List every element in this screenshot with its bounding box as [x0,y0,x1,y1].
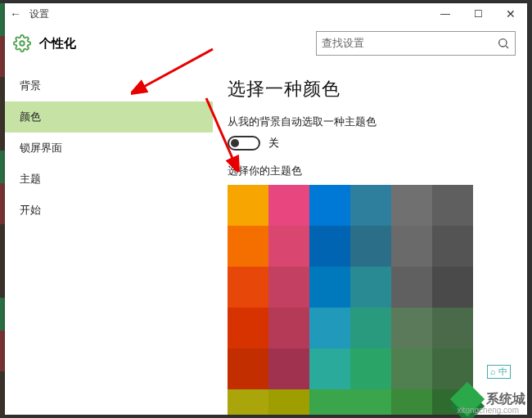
watermark: 系统城 xitongcheng.com [455,387,525,411]
svg-line-2 [506,46,508,48]
color-grid [228,185,517,415]
color-swatch-31[interactable] [268,389,309,415]
window-title: 设置 [26,7,49,21]
content-pane: 选择一种颜色 从我的背景自动选取一种主题色 关 选择你的主题色 [213,62,527,415]
maximize-button[interactable]: ☐ [462,3,494,25]
toggle-state-label: 关 [268,136,279,151]
color-swatch-10[interactable] [391,226,432,267]
color-swatch-30[interactable] [228,389,268,415]
search-input[interactable]: 查找设置 [316,31,516,56]
color-swatch-15[interactable] [350,267,391,308]
color-swatch-19[interactable] [268,308,309,348]
gear-icon [13,34,31,52]
color-swatch-12[interactable] [228,267,268,308]
auto-pick-label: 从我的背景自动选取一种主题色 [228,115,517,129]
svg-point-0 [20,41,25,46]
header-row: 个性化 查找设置 [5,25,527,62]
color-swatch-24[interactable] [228,348,268,389]
search-placeholder: 查找设置 [322,36,497,51]
minimize-button[interactable]: — [429,3,462,25]
color-swatch-8[interactable] [309,226,350,267]
color-swatch-4[interactable] [391,185,432,226]
color-swatch-28[interactable] [391,348,432,389]
title-bar: ← 设置 — ☐ ✕ [5,3,527,25]
color-swatch-9[interactable] [350,226,391,267]
settings-window: ← 设置 — ☐ ✕ 个性化 查找设置 背景颜色锁屏界面主题开始 选择一种颜色 … [5,3,527,415]
sidebar-item-3[interactable]: 主题 [5,164,213,195]
color-swatch-1[interactable] [268,185,309,226]
color-swatch-26[interactable] [309,348,350,389]
color-swatch-18[interactable] [228,308,268,348]
color-swatch-14[interactable] [309,267,350,308]
color-swatch-5[interactable] [432,185,473,226]
color-swatch-33[interactable] [350,389,391,415]
color-swatch-25[interactable] [268,348,309,389]
pick-color-label: 选择你的主题色 [228,164,517,178]
color-swatch-34[interactable] [391,389,432,415]
color-swatch-7[interactable] [268,226,309,267]
watermark-url: xitongcheng.com [457,406,519,415]
page-title: 个性化 [39,36,76,52]
color-swatch-11[interactable] [432,226,473,267]
search-icon [497,37,510,50]
color-swatch-22[interactable] [391,308,432,348]
color-swatch-20[interactable] [309,308,350,348]
back-button[interactable]: ← [5,7,26,20]
color-swatch-27[interactable] [350,348,391,389]
close-button[interactable]: ✕ [494,3,527,25]
sidebar-item-4[interactable]: 开始 [5,195,213,226]
sidebar-item-0[interactable]: 背景 [5,70,213,101]
color-swatch-6[interactable] [228,226,268,267]
color-swatch-2[interactable] [309,185,350,226]
auto-pick-toggle[interactable] [228,136,260,151]
color-swatch-23[interactable] [432,308,473,348]
color-swatch-3[interactable] [350,185,391,226]
ime-badge: ⌕ 中 [487,365,511,379]
svg-point-1 [499,39,507,47]
section-title: 选择一种颜色 [228,77,517,101]
color-swatch-21[interactable] [350,308,391,348]
sidebar: 背景颜色锁屏界面主题开始 [5,62,213,415]
color-swatch-17[interactable] [432,267,473,308]
color-swatch-13[interactable] [268,267,309,308]
sidebar-item-1[interactable]: 颜色 [5,101,213,133]
color-swatch-16[interactable] [391,267,432,308]
color-swatch-0[interactable] [228,185,268,226]
sidebar-item-2[interactable]: 锁屏界面 [5,133,213,164]
color-swatch-32[interactable] [309,389,350,415]
